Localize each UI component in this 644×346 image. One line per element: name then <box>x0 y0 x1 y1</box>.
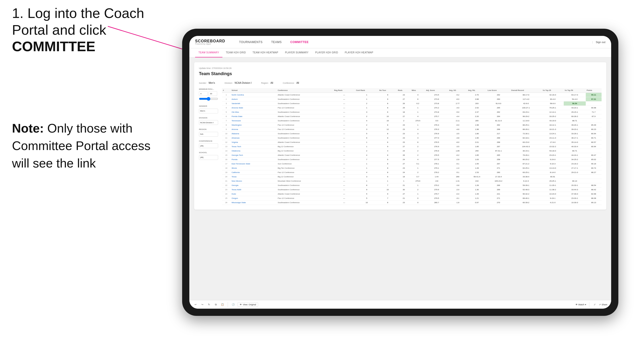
col-avg-sg[interactable]: Avg. SG <box>448 88 467 93</box>
scoreboard-logo: SCOREBOARD Powered by clippd <box>195 39 225 45</box>
cell-data: 42-16-0 <box>542 93 564 97</box>
conference-select[interactable]: (All) <box>199 143 218 148</box>
sub-nav-team-summary[interactable]: TEAM SUMMARY <box>195 48 222 57</box>
cell-data: 9 <box>378 97 397 101</box>
cell-conference: Big 12 Conference <box>277 145 333 149</box>
cell-data: 16 <box>378 119 397 123</box>
cell-data: 2.88 <box>467 97 487 101</box>
expand-icon[interactable]: ⤢ <box>592 302 597 307</box>
cell-data: 117-4-0 <box>510 97 542 101</box>
cell-points: 80.71 <box>564 149 586 153</box>
cell-data: 2 <box>410 170 425 175</box>
conference-filter: Conference: All <box>283 82 299 84</box>
sub-nav-team-h2h-grid[interactable]: TEAM H2H GRID <box>222 48 249 57</box>
refresh-icon[interactable]: ↻ <box>206 302 212 307</box>
cell-rank: 1 <box>222 93 230 97</box>
col-avg-rd[interactable]: Avg. Rd. <box>467 88 487 93</box>
cell-data: 1.30 <box>467 187 487 192</box>
cell-school: Arizona State <box>230 106 277 110</box>
cell-data: 1 <box>355 179 378 183</box>
cell-data: 29-21-0 <box>564 170 586 175</box>
cell-data: 277.5 <box>425 158 448 162</box>
sub-nav-player-summary[interactable]: PLAYER SUMMARY <box>282 48 312 57</box>
rounds-slider[interactable] <box>199 97 218 101</box>
copy-icon[interactable]: ⧉ <box>213 302 218 307</box>
col-overall-record[interactable]: Overall Record <box>510 88 542 93</box>
cell-school: Washington <box>230 123 277 127</box>
sign-out-button[interactable]: Sign out <box>592 41 606 43</box>
school-select[interactable]: (All) <box>199 155 218 160</box>
col-conf-rank[interactable]: Conf Rank <box>355 88 378 93</box>
cell-data: 259 <box>467 149 487 153</box>
cell-school: Florida State <box>230 114 277 119</box>
cell-data: 43-23-1 <box>564 106 586 110</box>
cell-conference: Southeastern Conference <box>277 101 333 106</box>
cell-conference: Southeastern Conference <box>277 136 333 140</box>
col-adj-score[interactable]: Adj. Score <box>425 88 448 93</box>
cell-conference: Atlantic Coast Conference <box>277 93 333 97</box>
cell-data: 29-15-1 <box>564 110 586 114</box>
cell-school: Texas <box>230 175 277 179</box>
col-wins[interactable]: Wins <box>410 88 425 93</box>
col-low-score[interactable]: Low Score <box>487 88 510 93</box>
cell-data: 7 <box>378 196 397 200</box>
sub-nav-player-h2h-heatmap[interactable]: PLAYER H2H HEATMAP <box>342 48 377 57</box>
sub-nav-player-h2h-grid[interactable]: PLAYER H2H GRID <box>312 48 341 57</box>
cell-rank: 10 <box>222 132 230 136</box>
cell-data: 17-33-4 <box>487 175 510 179</box>
cell-data: 1.85 <box>467 145 487 149</box>
redo-icon[interactable]: ↪ <box>200 302 205 307</box>
clock-icon[interactable]: 🕐 <box>231 302 236 307</box>
region-filter: Region: All <box>261 82 273 84</box>
cell-school: Mississippi State <box>230 200 277 205</box>
cell-data: 4 <box>355 153 378 158</box>
cell-data: 8 <box>378 170 397 175</box>
cell-data: 1 <box>410 123 425 127</box>
col-rank: # <box>222 88 230 93</box>
col-points[interactable]: Points <box>586 88 602 93</box>
cell-data: 87-21-2 <box>510 162 542 166</box>
cell-rank: 15 <box>222 153 230 158</box>
view-original-button[interactable]: 👁 View: Original <box>238 303 258 307</box>
gender-select[interactable]: Men's Women's <box>199 109 218 113</box>
sub-nav-team-h2h-heatmap[interactable]: TEAM H2H HEATMAP <box>249 48 282 57</box>
undo-icon[interactable]: ↩ <box>193 302 198 307</box>
table-row: 26Mississippi StateSoutheastern Conferen… <box>222 200 602 205</box>
cell-data: — <box>333 93 355 97</box>
watch-chevron: ▾ <box>585 303 586 306</box>
col-no-tour[interactable]: No Tour <box>378 88 397 93</box>
cell-data: 9-12-3 <box>510 179 542 183</box>
region-select[interactable]: N/A <box>199 132 218 137</box>
paste-icon[interactable]: 📋 <box>220 302 225 307</box>
cell-data: 88-17-0 <box>510 93 542 97</box>
table-row: 13Texas TechBig 12 Conference—19272276.9… <box>222 145 602 149</box>
cell-data: -1.8 <box>448 200 467 205</box>
cell-rank: 4 <box>222 106 230 110</box>
cell-data: — <box>333 119 355 123</box>
cell-data: 264 <box>487 114 510 119</box>
table-row: 23Texas A&MSoutheastern Conference—91030… <box>222 187 602 192</box>
cell-data: 203 <box>467 101 487 106</box>
watch-button[interactable]: 👁 Watch ▾ <box>576 303 586 306</box>
cell-data: 33-29-1 <box>564 132 586 136</box>
table-area: # School Conference Reg Rank Conf Rank N… <box>222 88 602 205</box>
cell-data: 63-17-0 <box>564 93 586 97</box>
nav-teams[interactable]: TEAMS <box>267 36 286 48</box>
nav-committee[interactable]: COMMITTEE <box>286 36 313 48</box>
cell-data: 54-4-0 <box>564 97 586 101</box>
max-rounds-input[interactable] <box>208 91 217 96</box>
col-rnds[interactable]: Rnds <box>397 88 410 93</box>
division-select[interactable]: NCAA Division I <box>199 120 218 125</box>
col-conference[interactable]: Conference <box>277 88 333 93</box>
col-vs-top25[interactable]: Vs Top 25 <box>542 88 564 93</box>
min-rounds-input[interactable] <box>199 91 208 96</box>
cell-data: 27 <box>397 192 410 196</box>
cell-data: 6 <box>378 175 397 179</box>
share-button[interactable]: ↗ Share <box>599 303 607 306</box>
cell-points: 88.54 <box>586 183 602 187</box>
col-reg-rank[interactable]: Reg Rank <box>333 88 355 93</box>
col-school[interactable]: School <box>230 88 277 93</box>
cell-school: Ole Miss <box>230 110 277 114</box>
col-vs-top50[interactable]: Vs Top 50 <box>564 88 586 93</box>
nav-tournaments[interactable]: TOURNAMENTS <box>235 36 267 48</box>
